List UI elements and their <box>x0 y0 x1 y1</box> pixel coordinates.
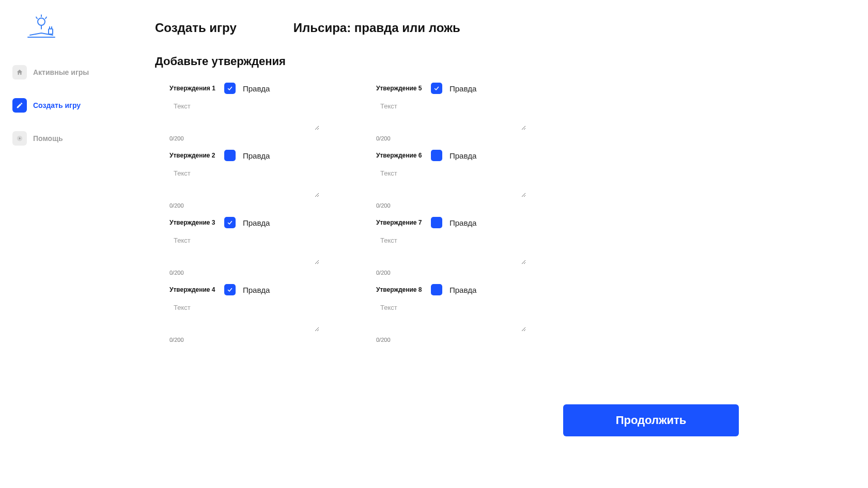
statement-block: Утверждение 5Правда0/200 <box>362 83 537 141</box>
char-counter: 0/200 <box>155 202 331 209</box>
statement-block: Утверждение 3Правда0/200 <box>155 217 331 276</box>
statement-textarea[interactable] <box>376 233 526 264</box>
truth-checkbox[interactable] <box>224 83 236 94</box>
char-counter: 0/200 <box>362 337 537 343</box>
char-counter: 0/200 <box>155 270 331 276</box>
statement-label: Утверждение 7 <box>376 219 424 226</box>
statement-label: Утверждение 6 <box>376 152 424 159</box>
statement-block: Утверждение 2Правда0/200 <box>155 150 331 209</box>
statement-block: Утверждение 4Правда0/200 <box>155 284 331 343</box>
sidebar: Активные игры Создать игру Помощь <box>0 0 134 488</box>
truth-checkbox[interactable] <box>224 150 236 161</box>
statement-textarea[interactable] <box>169 301 319 332</box>
statement-textarea[interactable] <box>169 99 319 130</box>
statement-block: Утверждения 1Правда0/200 <box>155 83 331 141</box>
home-icon <box>12 65 27 80</box>
statement-label: Утверждение 3 <box>169 219 217 226</box>
truth-checkbox[interactable] <box>431 284 442 295</box>
svg-rect-1 <box>49 29 53 34</box>
sidebar-item-label: Активные игры <box>33 68 89 76</box>
char-counter: 0/200 <box>362 270 537 276</box>
sidebar-item-help[interactable]: Помощь <box>10 127 124 150</box>
continue-button[interactable]: Продолжить <box>563 404 739 436</box>
truth-label: Правда <box>450 84 476 93</box>
page-title: Создать игру <box>155 21 237 35</box>
statement-block: Утверждение 6Правда0/200 <box>362 150 537 209</box>
char-counter: 0/200 <box>155 135 331 141</box>
section-title: Добавьте утверждения <box>155 55 847 68</box>
truth-label: Правда <box>450 286 476 294</box>
truth-label: Правда <box>450 151 476 160</box>
truth-checkbox[interactable] <box>431 150 442 161</box>
truth-label: Правда <box>243 151 270 160</box>
game-title: Ильсира: правда или ложь <box>293 21 460 35</box>
main-content: Создать игру Ильсира: правда или ложь До… <box>134 0 868 488</box>
pencil-icon <box>12 98 27 113</box>
truth-checkbox[interactable] <box>431 83 442 94</box>
sidebar-item-create-game[interactable]: Создать игру <box>10 94 124 117</box>
statement-label: Утверждение 5 <box>376 85 424 92</box>
play-circle-icon <box>12 131 27 146</box>
statement-block: Утверждение 8Правда0/200 <box>362 284 537 343</box>
char-counter: 0/200 <box>362 135 537 141</box>
statement-textarea[interactable] <box>169 233 319 264</box>
header: Создать игру Ильсира: правда или ложь <box>155 21 847 35</box>
truth-label: Правда <box>243 286 270 294</box>
sidebar-item-active-games[interactable]: Активные игры <box>10 61 124 84</box>
svg-point-0 <box>38 18 45 25</box>
statement-label: Утверждение 2 <box>169 152 217 159</box>
char-counter: 0/200 <box>362 202 537 209</box>
statement-block: Утверждение 7Правда0/200 <box>362 217 537 276</box>
statement-label: Утверждения 1 <box>169 85 217 92</box>
app-logo <box>26 14 57 40</box>
char-counter: 0/200 <box>155 337 331 343</box>
statement-label: Утверждение 8 <box>376 286 424 293</box>
sidebar-item-label: Помощь <box>33 134 63 143</box>
truth-checkbox[interactable] <box>224 284 236 295</box>
statement-label: Утверждение 4 <box>169 286 217 293</box>
statement-textarea[interactable] <box>376 166 526 197</box>
truth-checkbox[interactable] <box>431 217 442 228</box>
statement-textarea[interactable] <box>376 99 526 130</box>
truth-checkbox[interactable] <box>224 217 236 228</box>
statement-textarea[interactable] <box>169 166 319 197</box>
sidebar-item-label: Создать игру <box>33 101 81 109</box>
statement-textarea[interactable] <box>376 301 526 332</box>
truth-label: Правда <box>243 84 270 93</box>
truth-label: Правда <box>450 218 476 227</box>
statements-grid: Утверждения 1Правда0/200Утверждение 2Пра… <box>155 83 847 351</box>
truth-label: Правда <box>243 218 270 227</box>
